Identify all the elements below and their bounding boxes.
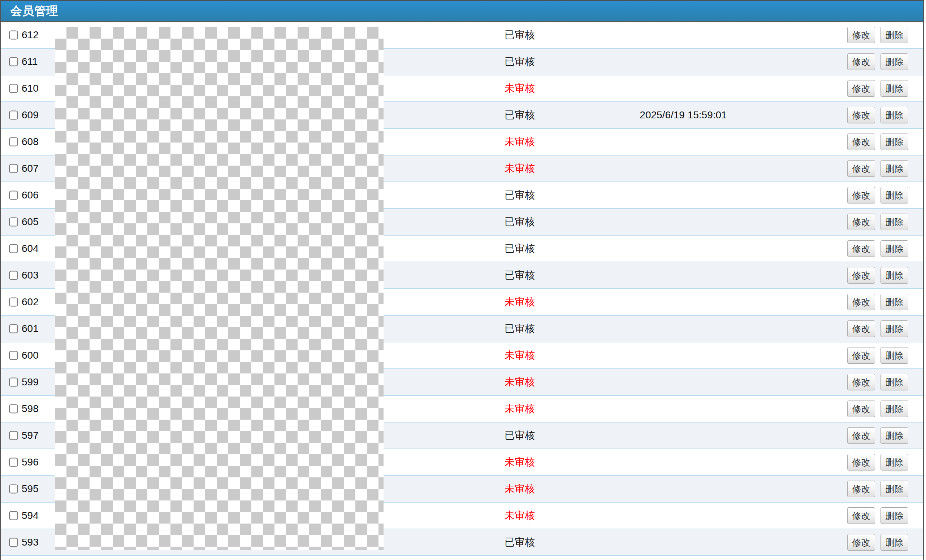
delete-button[interactable]: 删除 xyxy=(881,133,908,150)
member-id: 610 xyxy=(22,83,39,94)
edit-button[interactable]: 修改 xyxy=(847,347,875,364)
row-checkbox-cell xyxy=(9,378,18,387)
row-checkbox-cell xyxy=(9,538,18,547)
delete-button[interactable]: 删除 xyxy=(881,160,908,177)
edit-button[interactable]: 修改 xyxy=(847,507,875,524)
member-id: 601 xyxy=(22,323,39,335)
row-checkbox-cell xyxy=(9,217,18,226)
row-checkbox[interactable] xyxy=(9,57,18,66)
row-checkbox[interactable] xyxy=(9,351,18,360)
delete-button[interactable]: 删除 xyxy=(881,481,908,497)
delete-button[interactable]: 删除 xyxy=(881,400,908,417)
row-checkbox[interactable] xyxy=(9,458,18,467)
delete-button[interactable]: 删除 xyxy=(881,374,908,390)
row-checkbox[interactable] xyxy=(9,511,18,520)
member-id: 603 xyxy=(22,270,39,281)
edit-button[interactable]: 修改 xyxy=(847,53,875,70)
row-checkbox-cell xyxy=(9,405,18,414)
row-actions: 修改 删除 xyxy=(847,400,908,417)
edit-button[interactable]: 修改 xyxy=(847,107,875,124)
row-checkbox-cell xyxy=(9,84,18,93)
status-text: 已审核 xyxy=(473,108,567,122)
status-text: 未审核 xyxy=(473,509,567,522)
row-actions: 修改 删除 xyxy=(847,347,908,364)
delete-button[interactable]: 删除 xyxy=(881,454,908,471)
delete-button[interactable]: 删除 xyxy=(881,507,908,524)
row-actions: 修改 删除 xyxy=(847,80,908,97)
row-checkbox[interactable] xyxy=(9,405,18,414)
delete-button[interactable]: 删除 xyxy=(881,534,908,551)
row-checkbox[interactable] xyxy=(9,31,18,40)
edit-button[interactable]: 修改 xyxy=(847,320,875,337)
row-checkbox[interactable] xyxy=(9,271,18,280)
edit-button[interactable]: 修改 xyxy=(847,214,875,230)
row-checkbox[interactable] xyxy=(9,431,18,440)
row-checkbox-cell xyxy=(9,431,18,440)
delete-button[interactable]: 删除 xyxy=(881,320,908,337)
row-checkbox[interactable] xyxy=(9,485,18,494)
member-id: 611 xyxy=(22,56,38,68)
member-id: 608 xyxy=(22,136,39,148)
status-text: 未审核 xyxy=(473,349,567,362)
review-time: 2025/6/19 15:59:01 xyxy=(628,109,738,121)
row-actions: 修改 删除 xyxy=(847,133,908,150)
edit-button[interactable]: 修改 xyxy=(847,27,875,43)
edit-button[interactable]: 修改 xyxy=(847,80,875,97)
row-actions: 修改 删除 xyxy=(847,53,908,70)
row-checkbox[interactable] xyxy=(9,191,18,200)
row-checkbox-cell xyxy=(9,351,18,360)
row-checkbox-cell xyxy=(9,191,18,200)
delete-button[interactable]: 删除 xyxy=(881,427,908,444)
delete-button[interactable]: 删除 xyxy=(881,267,908,284)
row-checkbox-cell xyxy=(9,511,18,520)
edit-button[interactable]: 修改 xyxy=(847,187,875,204)
row-actions: 修改 删除 xyxy=(847,374,908,390)
row-checkbox[interactable] xyxy=(9,298,18,307)
status-text: 未审核 xyxy=(473,482,567,496)
row-checkbox-cell xyxy=(9,31,18,40)
row-actions: 修改 删除 xyxy=(847,454,908,471)
member-id: 596 xyxy=(22,456,39,468)
row-checkbox[interactable] xyxy=(9,164,18,173)
status-text: 已审核 xyxy=(473,269,567,282)
edit-button[interactable]: 修改 xyxy=(847,427,875,444)
delete-button[interactable]: 删除 xyxy=(881,214,908,230)
row-checkbox[interactable] xyxy=(9,538,18,547)
status-text: 未审核 xyxy=(473,455,567,469)
row-checkbox[interactable] xyxy=(9,378,18,387)
delete-button[interactable]: 删除 xyxy=(881,294,908,310)
edit-button[interactable]: 修改 xyxy=(847,294,875,310)
member-id: 606 xyxy=(22,189,39,201)
row-checkbox-cell xyxy=(9,458,18,467)
delete-button[interactable]: 删除 xyxy=(881,107,908,124)
edit-button[interactable]: 修改 xyxy=(847,133,875,150)
edit-button[interactable]: 修改 xyxy=(847,481,875,497)
row-actions: 修改 删除 xyxy=(847,160,908,177)
delete-button[interactable]: 删除 xyxy=(881,80,908,97)
delete-button[interactable]: 删除 xyxy=(881,53,908,70)
delete-button[interactable]: 删除 xyxy=(881,187,908,204)
edit-button[interactable]: 修改 xyxy=(847,400,875,417)
row-actions: 修改 删除 xyxy=(847,240,908,257)
row-checkbox[interactable] xyxy=(9,244,18,253)
edit-button[interactable]: 修改 xyxy=(847,454,875,471)
edit-button[interactable]: 修改 xyxy=(847,374,875,390)
delete-button[interactable]: 删除 xyxy=(881,27,908,43)
row-actions: 修改 删除 xyxy=(847,507,908,524)
row-checkbox[interactable] xyxy=(9,137,18,146)
row-checkbox-cell xyxy=(9,111,18,120)
row-checkbox[interactable] xyxy=(9,325,18,334)
delete-button[interactable]: 删除 xyxy=(881,347,908,364)
row-checkbox-cell xyxy=(9,298,18,307)
row-checkbox[interactable] xyxy=(9,84,18,93)
edit-button[interactable]: 修改 xyxy=(847,534,875,551)
edit-button[interactable]: 修改 xyxy=(847,240,875,257)
row-checkbox[interactable] xyxy=(9,217,18,226)
delete-button[interactable]: 删除 xyxy=(881,240,908,257)
row-actions: 修改 删除 xyxy=(847,187,908,204)
status-text: 已审核 xyxy=(473,215,567,229)
edit-button[interactable]: 修改 xyxy=(847,267,875,284)
row-checkbox[interactable] xyxy=(9,111,18,120)
member-id: 609 xyxy=(22,109,39,121)
edit-button[interactable]: 修改 xyxy=(847,160,875,177)
